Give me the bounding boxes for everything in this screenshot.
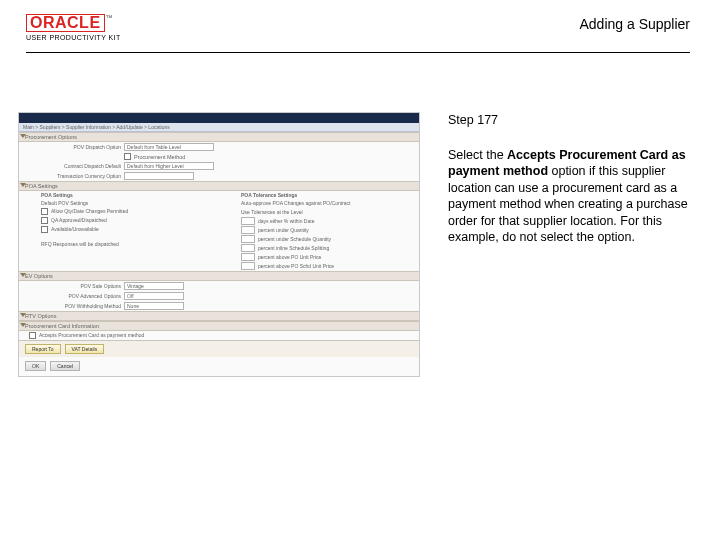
subhead-default-pov: Default POV Settings [19, 199, 219, 207]
label-contract-dispatch: Contract Dispatch Default [41, 163, 121, 169]
section-poa-settings: POA Settings [19, 181, 419, 191]
logo-trademark: ™ [106, 14, 113, 21]
page-title: Adding a Supplier [579, 14, 690, 32]
input-tol[interactable] [241, 262, 255, 270]
ok-button[interactable]: OK [25, 361, 46, 371]
select-dispatch-option[interactable]: Default from Table Level [124, 143, 214, 151]
report-to-button[interactable]: Report To [25, 344, 61, 354]
label-currency-option: Transaction Currency Option [41, 173, 121, 179]
app-tabstrip [19, 113, 419, 123]
select-currency-option[interactable] [124, 172, 194, 180]
section-pcard-info: Procurement Card Information [19, 321, 419, 331]
checkbox[interactable] [41, 217, 48, 224]
subhead-poa-tolerance: POA Tolerance Settings [219, 191, 419, 199]
cancel-button[interactable]: Cancel [50, 361, 80, 371]
checkbox-procurement-method[interactable] [124, 153, 131, 160]
step-number: Step 177 [448, 112, 690, 129]
input-tol[interactable] [241, 244, 255, 252]
checkbox[interactable] [41, 208, 48, 215]
select-ev-wh[interactable]: None [124, 302, 184, 310]
vat-details-button[interactable]: VAT Details [65, 344, 105, 354]
step-instruction: Select the Accepts Procurement Card as p… [448, 147, 690, 246]
header-divider [26, 52, 690, 53]
section-rtv-options: RTV Options [19, 311, 419, 321]
label-accepts-pcard: Accepts Procurement Card as payment meth… [39, 331, 144, 339]
input-tol[interactable] [241, 253, 255, 261]
logo-subtitle: USER PRODUCTIVITY KIT [26, 34, 121, 41]
label-dispatch-option: POV Dispatch Option [41, 144, 121, 150]
input-tol[interactable] [241, 226, 255, 234]
app-screenshot: Main > Suppliers > Supplier Information … [18, 112, 420, 377]
logo-wordmark: ORACLE [26, 14, 105, 32]
label-procurement-method: Procurement Method [134, 154, 185, 160]
subhead-poa-settings: POA Settings [19, 191, 219, 199]
section-procurement-options: Procurement Options [19, 132, 419, 142]
breadcrumb: Main > Suppliers > Supplier Information … [19, 123, 419, 132]
section-ev-options: EV Options [19, 271, 419, 281]
input-tol[interactable] [241, 235, 255, 243]
checkbox-accepts-pcard[interactable] [29, 332, 36, 339]
select-ev-adv[interactable]: Off [124, 292, 184, 300]
checkbox[interactable] [41, 226, 48, 233]
brand-logo: ORACLE™ USER PRODUCTIVITY KIT [26, 14, 121, 41]
select-ev-sale[interactable]: Vintage [124, 282, 184, 290]
input-tol[interactable] [241, 217, 255, 225]
select-contract-dispatch[interactable]: Default from Higher Level [124, 162, 214, 170]
